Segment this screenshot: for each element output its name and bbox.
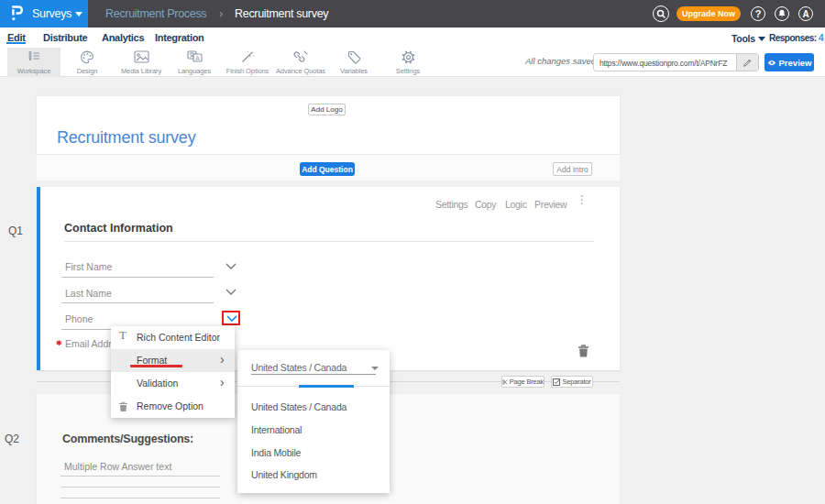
svg-text:A: A xyxy=(195,55,200,61)
